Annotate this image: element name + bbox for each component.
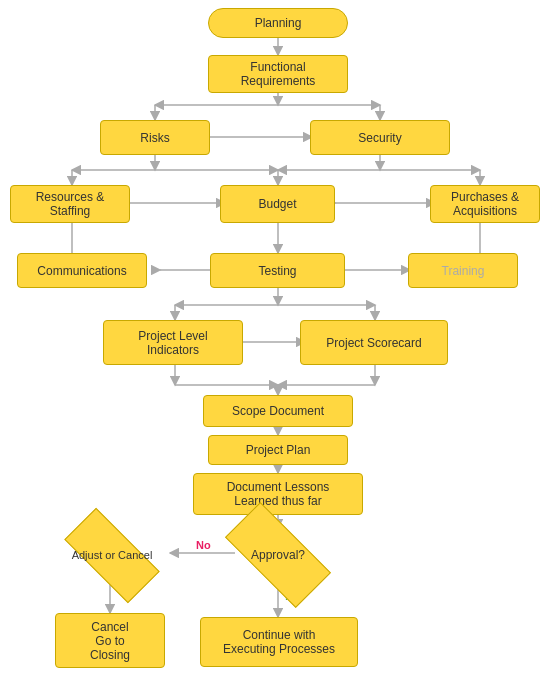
continue-executing-node: Continue with Executing Processes xyxy=(200,617,358,667)
approval-diamond: Approval? xyxy=(228,520,328,590)
testing-node: Testing xyxy=(210,253,345,288)
scope-document-node: Scope Document xyxy=(203,395,353,427)
project-level-indicators-node: Project Level Indicators xyxy=(103,320,243,365)
no-label: No xyxy=(196,539,211,551)
cancel-closing-node: Cancel Go to Closing xyxy=(55,613,165,668)
security-node: Security xyxy=(310,120,450,155)
budget-node: Budget xyxy=(220,185,335,223)
functional-requirements-node: Functional Requirements xyxy=(208,55,348,93)
resources-staffing-node: Resources & Staffing xyxy=(10,185,130,223)
risks-node: Risks xyxy=(100,120,210,155)
flowchart-diagram: No Yes Planning Functional Requirements … xyxy=(0,0,557,678)
planning-node: Planning xyxy=(208,8,348,38)
adjust-cancel-shape xyxy=(64,507,159,602)
document-lessons-node: Document Lessons Learned thus far xyxy=(193,473,363,515)
approval-shape xyxy=(225,502,331,608)
adjust-cancel-diamond: Adjust or Cancel xyxy=(57,520,167,590)
project-scorecard-node: Project Scorecard xyxy=(300,320,448,365)
communications-node: Communications xyxy=(17,253,147,288)
training-node: Training xyxy=(408,253,518,288)
project-plan-node: Project Plan xyxy=(208,435,348,465)
purchases-acquisitions-node: Purchases & Acquisitions xyxy=(430,185,540,223)
